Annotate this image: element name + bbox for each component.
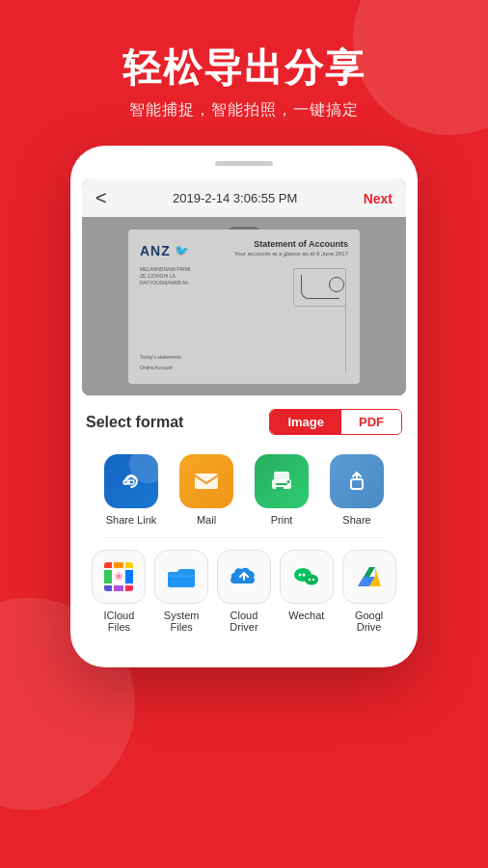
signature-circle (329, 277, 344, 292)
system-files-label: System Files (164, 610, 200, 633)
svg-point-8 (287, 480, 290, 483)
doc-statement-title: Statement of Accounts Your accounts at a… (234, 239, 348, 257)
icloud-files-icon: 🌸 (92, 550, 146, 604)
svg-point-13 (305, 575, 318, 585)
doc-bottom-text: Today's statements Online Account (140, 354, 181, 372)
doc-back-button[interactable]: < (95, 187, 107, 209)
svg-rect-7 (276, 487, 284, 489)
doc-content: 5/9 ANZ 🐦 Statement of Accounts Your acc… (82, 217, 406, 395)
share-link-icon (104, 454, 158, 508)
svg-rect-3 (195, 474, 218, 489)
action-icons-row2: 🌸 ICloud Files (86, 540, 402, 638)
mail-icon (179, 454, 233, 508)
svg-rect-6 (276, 483, 287, 485)
mail-label: Mail (197, 514, 216, 526)
format-section: Select format Image PDF (70, 395, 418, 648)
phone-frame: < 2019-2-14 3:06:55 PM Next 5/9 ANZ 🐦 St… (70, 146, 418, 667)
icloud-files-label: ICloud Files (104, 610, 135, 633)
image-format-button[interactable]: Image (270, 410, 341, 434)
google-drive-label: Googl Drive (355, 610, 383, 633)
cloud-driver-icon (217, 550, 271, 604)
pdf-format-button[interactable]: PDF (341, 410, 401, 434)
print-label: Print (271, 514, 293, 526)
system-files-item[interactable]: System Files (150, 550, 213, 633)
svg-point-11 (298, 574, 301, 577)
doc-address: MELANNDRAMI PIRMI ZE 2JORGHI LA DAFYOUSM… (140, 266, 190, 286)
format-row: Select format Image PDF (86, 409, 402, 435)
statement-sub-title: Your accounts at a glance as at 9 June 2… (234, 251, 348, 257)
share-link-item[interactable]: Share Link (96, 454, 166, 526)
document-viewer: < 2019-2-14 3:06:55 PM Next 5/9 ANZ 🐦 St… (82, 179, 406, 395)
cloud-driver-label: Cloud Driver (230, 610, 258, 633)
row-divider (101, 537, 387, 538)
subtitle: 智能捕捉，智能拍照，一键搞定 (19, 100, 469, 121)
share-icon (330, 454, 384, 508)
statement-main-title: Statement of Accounts (234, 239, 348, 249)
icloud-files-item[interactable]: 🌸 ICloud Files (88, 550, 150, 633)
document-paper: ANZ 🐦 Statement of Accounts Your account… (128, 230, 360, 384)
share-label: Share (342, 514, 370, 526)
format-label: Select format (86, 414, 183, 431)
share-item[interactable]: Share (322, 454, 392, 526)
action-icons-row1: Share Link Mail (86, 450, 402, 535)
doc-navigation: < 2019-2-14 3:06:55 PM Next (82, 179, 406, 217)
mail-item[interactable]: Mail (172, 454, 241, 526)
phone-mockup: < 2019-2-14 3:06:55 PM Next 5/9 ANZ 🐦 St… (0, 146, 488, 667)
share-link-label: Share Link (106, 514, 157, 526)
doc-signature (293, 268, 346, 307)
cloud-driver-item[interactable]: Cloud Driver (213, 550, 276, 633)
print-icon (255, 454, 309, 508)
google-drive-icon (342, 550, 396, 604)
wechat-icon (280, 550, 334, 604)
anz-bird-icon: 🐦 (175, 244, 189, 258)
google-drive-item[interactable]: Googl Drive (338, 550, 400, 633)
print-item[interactable]: Print (247, 454, 316, 526)
svg-point-12 (302, 574, 305, 577)
svg-point-14 (309, 579, 311, 581)
signature-line (301, 275, 339, 299)
doc-vertical-divider (345, 305, 346, 372)
format-buttons: Image PDF (269, 409, 402, 435)
svg-point-15 (312, 579, 314, 581)
system-files-icon (154, 550, 208, 604)
wechat-item[interactable]: Wechat (275, 550, 338, 633)
wechat-label: Wechat (288, 610, 324, 621)
phone-home-bar (215, 161, 273, 166)
header: 轻松导出分享 智能捕捉，智能拍照，一键搞定 (0, 0, 488, 136)
anz-logo: ANZ 🐦 (140, 243, 189, 258)
doc-title: 2019-2-14 3:06:55 PM (173, 191, 297, 205)
svg-rect-9 (351, 479, 363, 489)
main-title: 轻松导出分享 (19, 46, 469, 89)
anz-text: ANZ (140, 243, 171, 258)
doc-next-button[interactable]: Next (364, 191, 393, 206)
